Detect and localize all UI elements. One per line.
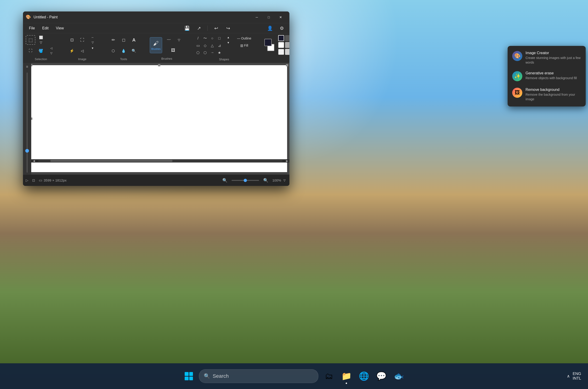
zoom-percent-dropdown[interactable]: ▽ [282,176,287,185]
selection-option1[interactable]: ⬜ [36,35,46,40]
pixel-art-button[interactable]: 🖼 [164,45,182,55]
scroll-right-button[interactable]: ▶ [284,158,290,163]
shapes-scroll-down[interactable]: ▼ [223,40,233,45]
zoom-thumb-horizontal[interactable] [244,179,247,182]
color-silver[interactable] [285,49,290,55]
ribbon: ⬚ ⬜ ▽ ⛶ 🪣 ◁ ▽ [23,33,290,63]
file-menu[interactable]: File [26,25,38,32]
outline-button[interactable]: — Outline [235,35,253,41]
paint-bucket-button[interactable]: 🪣 [36,46,46,56]
eraser-button[interactable]: ◻ [119,35,128,45]
account-button[interactable]: 👤 [265,23,275,33]
brush-sub1[interactable]: 〰 [164,35,174,45]
image-creator-item[interactable]: 🎨 Image Creator Create stunning images w… [510,48,584,68]
select-all-button[interactable]: ⚡ [67,46,77,56]
scroll-track-horizontal [38,160,283,162]
zoom-thumb-vertical[interactable] [25,149,29,153]
paint-canvas[interactable] [31,65,287,172]
remove-background-item[interactable]: 🖼 Remove background Remove the backgroun… [510,84,584,105]
rect-tool[interactable]: □ [216,35,222,41]
generative-erase-text: Generative erase Remove objects with bac… [525,71,581,81]
pentagon-tool[interactable]: ⬠ [195,49,201,56]
start-button[interactable] [182,370,195,383]
shapes-scroll-up[interactable]: ▲ [223,35,233,40]
flip-h-button[interactable]: ↔ [88,35,97,40]
text-button[interactable]: A [129,35,139,45]
arrow-tool[interactable]: → [209,49,216,56]
maximize-button[interactable]: □ [263,13,275,21]
selection-option2[interactable]: ▽ [36,40,46,45]
select-sub2[interactable]: ▽ [46,51,56,56]
language-indicator[interactable]: ENG INTL [573,372,581,381]
redo-button[interactable]: ↪ [223,23,233,33]
canvas-handle-top-center[interactable] [158,64,160,66]
view-menu[interactable]: View [53,25,67,32]
taskbar-app-chrome[interactable]: 🌐 [357,369,371,383]
crop-button[interactable]: ⊡ [67,35,77,45]
rounded-rect-tool[interactable]: ▭ [195,42,201,49]
diamond-tool[interactable]: ◇ [202,42,208,49]
system-tray-icons: ∧ [567,374,570,379]
fill-button[interactable]: ⬡ [109,46,118,56]
settings-button[interactable]: ⚙ [277,23,287,33]
circle-tool[interactable]: ○ [209,35,216,41]
undo-button[interactable]: ↩ [211,23,221,33]
rotate-button[interactable]: ◁ [77,46,87,56]
edit-menu[interactable]: Edit [39,25,52,32]
taskbar-app-5[interactable]: 🐟 [392,369,406,383]
minimize-button[interactable]: ─ [251,13,263,21]
img-sub1[interactable]: ▼ [88,46,97,51]
zoom-in-button[interactable]: 🔍 [261,176,271,185]
fill-style-button[interactable]: ▥ Fill [235,42,253,49]
taskbar-app-files[interactable]: 🗂 [322,369,336,383]
eyedropper-button[interactable]: 💧 [119,46,128,56]
zoom-track-vertical [27,72,28,173]
taskbar-app-folder[interactable]: 📁 [339,369,353,383]
color-black[interactable] [278,35,284,41]
chevron-up-icon[interactable]: ∧ [567,374,570,379]
taskbar-search[interactable]: 🔍 Search [199,369,318,383]
save-button[interactable]: 💾 [182,23,192,33]
rectangular-selection-button[interactable]: ⬚ [26,35,35,45]
hamburger-icon[interactable]: ≡ [26,65,28,69]
freeform-select-button[interactable]: ⛶ [26,46,35,56]
hexagon-tool[interactable]: ⬡ [202,49,208,56]
star-tool[interactable]: ★ [216,49,222,56]
color-near-white[interactable] [278,49,284,55]
image-creator-title: Image Creator [525,51,581,55]
select-sub1[interactable]: ◁ [46,46,56,51]
share-button[interactable]: ↗ [194,23,204,33]
brush-sub2[interactable]: ▽ [174,35,184,45]
resize-button[interactable]: ⛶ [77,35,87,45]
flip-v-button[interactable]: ▽ [88,40,97,45]
menu-bar: File Edit View 💾 ↗ ↩ ↪ 👤 ⚙ [23,23,290,33]
pencil-button[interactable]: ✏ [109,35,118,45]
curve-tool[interactable]: 〜 [202,35,208,41]
close-button[interactable]: ✕ [275,13,287,21]
generative-erase-desc: Remove objects with background fill [525,76,581,81]
triangle-tool[interactable]: △ [209,42,216,49]
color-white[interactable] [278,42,284,48]
remove-background-text: Remove background Remove the background … [525,88,581,101]
image-label: Image [78,57,86,61]
line-tool[interactable]: / [195,35,201,41]
color-light-gray[interactable] [285,42,290,48]
remove-background-desc: Remove the background from your image [525,93,581,101]
status-bar: ▷ ⊡ ▭ 3599 × 1812px 🔍 🔍 100% ▽ [23,174,290,186]
color-dark-gray[interactable] [285,35,290,41]
canvas-handle-top-right[interactable] [286,64,288,66]
selection-label: Selection [35,57,47,61]
remove-background-title: Remove background [525,88,581,92]
shapes-grid: / 〜 ○ □ ▭ ◇ △ ⊿ ⬠ ⬡ → ★ [195,35,222,56]
zoom-tool-button[interactable]: 🔍 [129,46,139,56]
zoom-out-button[interactable]: 🔍 [220,176,230,185]
windows-logo [185,372,193,380]
scroll-left-button[interactable]: ◀ [31,158,36,163]
taskbar-app-slack[interactable]: 💬 [374,369,388,383]
right-triangle-tool[interactable]: ⊿ [216,42,222,49]
generative-erase-item[interactable]: ✨ Generative erase Remove objects with b… [510,68,584,84]
foreground-color[interactable] [264,39,272,46]
scroll-thumb-horizontal[interactable] [50,160,173,162]
cursor-status: ▷ [26,178,29,182]
brushes-button[interactable]: 🖌 Brushes [150,37,162,53]
